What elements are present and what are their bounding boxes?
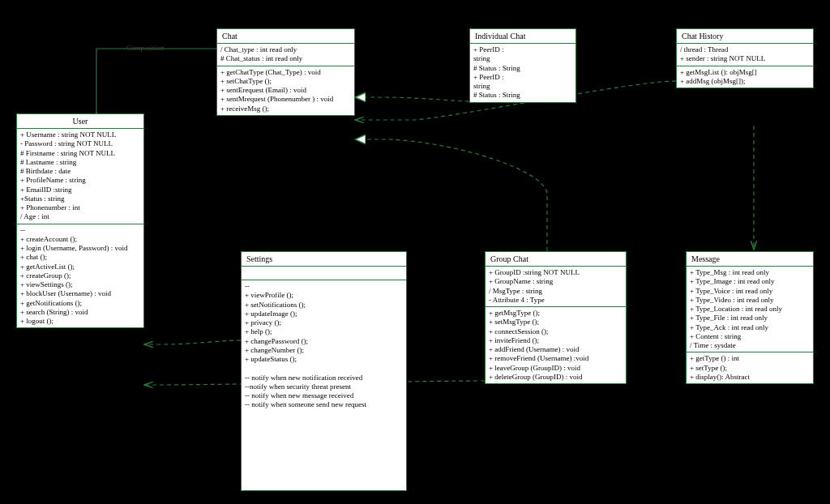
- class-group-chat: Group Chat + GroupID :string NOT NULL+ G…: [485, 251, 627, 384]
- class-line: -- notify when new message received: [245, 391, 403, 400]
- class-line: string: [473, 82, 572, 91]
- class-individual-attrs: + PeerID :string# Status : String+ PeerI…: [470, 44, 575, 102]
- class-line: + createAccount ();: [20, 235, 140, 244]
- class-line: + Type_Image : int read only: [690, 277, 810, 286]
- class-line: + setNotifications ();: [245, 301, 403, 310]
- class-line: + addMsg (objMsg[]);: [680, 77, 810, 86]
- class-settings-ops: --+ viewProfile ();+ setNotifications ()…: [242, 280, 406, 412]
- class-line: + updateStatus ();: [245, 355, 403, 364]
- class-line: [245, 364, 403, 373]
- class-line: + getType () : int: [690, 354, 810, 363]
- class-line: + Username : string NOT NULL: [20, 130, 140, 139]
- class-line: + PeerID :: [473, 73, 572, 82]
- class-line: + GroupID :string NOT NULL: [489, 268, 622, 277]
- class-group-attrs: + GroupID :string NOT NULL+ GroupName : …: [486, 267, 626, 307]
- class-line: + inviteFriend ();: [489, 336, 622, 345]
- class-line: -- notify when new notification received: [245, 374, 403, 382]
- relation-label-composition: Composition: [126, 44, 165, 52]
- class-line: + receiveMsg ();: [220, 105, 351, 113]
- class-line: # Birthdate : date: [20, 167, 140, 176]
- class-line: + connectSession ();: [489, 327, 622, 336]
- class-line: --notify when security threat present: [245, 382, 403, 391]
- class-chat-history: Chat History / thread : Thread+ sender :…: [676, 28, 814, 88]
- class-line: + sender : string NOT NULL: [680, 54, 810, 63]
- class-history-title: Chat History: [677, 29, 813, 44]
- class-line: + Type_Ack : int read only: [690, 323, 810, 332]
- class-history-attrs: / thread : Thread+ sender : string NOT N…: [677, 44, 813, 66]
- class-group-title: Group Chat: [486, 252, 626, 267]
- class-line: - Password : string NOT NULL: [20, 139, 140, 148]
- class-line: + removeFriend (Username) :void: [489, 354, 622, 363]
- class-line: / Chat_type : int read only: [220, 45, 351, 54]
- class-line: --: [20, 226, 140, 235]
- class-line: + changePassword ();: [245, 337, 403, 346]
- class-line: + help ();: [245, 327, 403, 336]
- class-chat-attrs: / Chat_type : int read only# Chat_status…: [217, 44, 354, 66]
- class-line: # Status : String: [473, 91, 572, 100]
- class-line: - Attribute 4 : Type: [489, 296, 622, 305]
- class-line: + Type_Voice : int read only: [690, 287, 810, 296]
- class-line: + sentErequest (Email) : void: [220, 86, 351, 95]
- class-user: User + Username : string NOT NULL- Passw…: [16, 113, 144, 328]
- class-individual-chat: Individual Chat + PeerID :string# Status…: [469, 28, 576, 103]
- class-line: + logout ();: [20, 317, 140, 326]
- class-message-attrs: + Type_Msg : int read only+ Type_Image :…: [687, 267, 813, 352]
- class-line: / Age : int: [20, 212, 140, 221]
- class-line: + setChatType ();: [220, 77, 351, 86]
- class-line: + Type_Video : int read only: [690, 296, 810, 305]
- class-line: / thread : Thread: [680, 45, 810, 54]
- class-line: + Type_Msg : int read only: [690, 268, 810, 277]
- class-line: + EmailID :string: [20, 186, 140, 194]
- class-user-ops: --+ createAccount ();+ login (Username, …: [17, 224, 143, 328]
- class-line: # Firstname : string NOT NULL: [20, 149, 140, 158]
- class-user-attrs: + Username : string NOT NULL- Password :…: [17, 129, 143, 224]
- class-line: + login (Username, Password) : void: [20, 244, 140, 253]
- class-message-ops: + getType () : int+ setType ();+ display…: [687, 352, 813, 383]
- class-group-ops: + getMsgType ();+ setMsgType ();+ connec…: [486, 307, 626, 383]
- class-line: / Time : sysdate: [690, 341, 810, 350]
- class-line: + ProfileName : string: [20, 176, 140, 185]
- class-line: + Type_Location : int read only: [690, 305, 810, 314]
- class-line: --: [245, 282, 403, 291]
- class-line: + addFriend (Username) : void: [489, 345, 622, 354]
- class-line: + viewSettings ();: [20, 280, 140, 289]
- class-line: + setType ();: [690, 364, 810, 373]
- class-line: + updateImage ();: [245, 310, 403, 318]
- class-line: + changeNumber ();: [245, 346, 403, 355]
- class-line: + GroupName : string: [489, 277, 622, 286]
- class-settings-attrs-empty: [242, 267, 406, 280]
- class-line: + createGroup ();: [20, 271, 140, 280]
- class-message: Message + Type_Msg : int read only+ Type…: [686, 251, 814, 384]
- class-line: / MsgType : string: [489, 287, 622, 296]
- class-chat: Chat / Chat_type : int read only# Chat_s…: [216, 28, 355, 116]
- class-chat-ops: + getChatType (Chat_Type) : void+ setCha…: [217, 66, 354, 115]
- class-line: + chat ();: [20, 253, 140, 262]
- class-line: + Phonenumber : int: [20, 203, 140, 212]
- class-line: -- notify when someone send new request: [245, 400, 403, 409]
- class-line: # Lastname : string: [20, 158, 140, 167]
- class-settings: Settings --+ viewProfile ();+ setNotific…: [241, 251, 407, 491]
- class-line: + PeerID :: [473, 45, 572, 54]
- class-line: + getMsgList (): objMsg[]: [680, 68, 810, 77]
- class-chat-title: Chat: [217, 29, 354, 44]
- class-line: +Status : string: [20, 194, 140, 203]
- class-history-ops: + getMsgList (): objMsg[]+ addMsg (objMs…: [677, 66, 813, 88]
- class-line: + getChatType (Chat_Type) : void: [220, 68, 351, 77]
- class-line: # Status : String: [473, 64, 572, 73]
- class-line: + getMsgType ();: [489, 309, 622, 318]
- class-individual-title: Individual Chat: [470, 29, 575, 44]
- class-line: + setMsgType ();: [489, 318, 622, 327]
- class-line: + getNotifications ();: [20, 299, 140, 308]
- class-line: + Content : string: [690, 332, 810, 341]
- class-line: # Chat_status : int read only: [220, 54, 351, 63]
- class-line: + leaveGroup (GroupID) : void: [489, 364, 622, 373]
- class-line: string: [473, 54, 572, 63]
- class-user-title: User: [17, 114, 143, 129]
- class-line: + blockUser (Username) : void: [20, 289, 140, 298]
- class-line: + display(): Abstract: [690, 373, 810, 382]
- class-line: + viewProfile ();: [245, 291, 403, 300]
- class-line: + deleteGroup (GroupID) : void: [489, 373, 622, 382]
- class-line: + privacy ();: [245, 318, 403, 327]
- class-line: + search (String) : void: [20, 308, 140, 317]
- class-message-title: Message: [687, 252, 813, 267]
